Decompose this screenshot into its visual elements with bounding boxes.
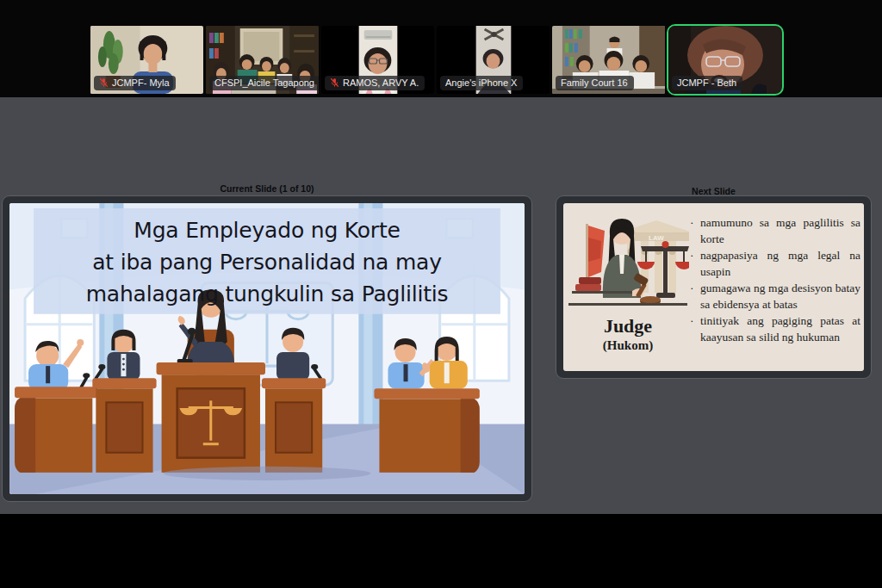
slide-title-line1: Mga Empleyado ng Korte (9, 214, 525, 246)
bullet-item: ·namumuno sa mga paglilitis sa korte (690, 214, 860, 247)
participant-name: JCMPF - Beth (677, 77, 736, 88)
slide-title: Mga Empleyado ng Korte at iba pang Perso… (9, 214, 525, 310)
bullet-text: nagpapasiya ng mga legal na usapin (700, 247, 860, 280)
bullet-marker: · (690, 280, 700, 313)
participant-tile[interactable]: CFSPI_Aicile Tagapong (206, 26, 319, 94)
bullet-item: ·tinitiyak ang pagiging patas at kaayusa… (690, 313, 860, 345)
participant-name: RAMOS, ARVY A. (343, 77, 419, 88)
judge-figure-title: Judge (563, 315, 693, 337)
participant-nametag: JCMPF - Beth (672, 76, 742, 90)
slide-title-line3: mahalagang tungkulin sa Paglilitis (9, 278, 525, 310)
muted-mic-icon (330, 77, 339, 88)
participant-tile-active-speaker[interactable]: JCMPF - Beth (668, 26, 782, 94)
participant-tile[interactable]: Angie's iPhone X (437, 26, 550, 94)
bullet-marker: · (690, 214, 700, 247)
participant-name: JCMPF- Myla (112, 77, 170, 88)
bottom-letterbox (0, 514, 882, 588)
next-slide-panel[interactable]: LAW (556, 195, 872, 379)
participant-nametag: Family Court 16 (556, 76, 634, 90)
bullet-item: ·nagpapasiya ng mga legal na usapin (690, 247, 860, 280)
bullet-text: tinitiyak ang pagiging patas at kaayusan… (700, 313, 860, 345)
judge-illustration: LAW (567, 208, 689, 317)
slide-title-line2: at iba pang Personalidad na may (9, 246, 525, 278)
muted-mic-icon (99, 77, 109, 88)
participant-nametag: CFSPI_Aicile Tagapong (209, 76, 319, 90)
current-slide-content: Mga Empleyado ng Korte at iba pang Perso… (9, 203, 525, 494)
participant-tile[interactable]: Family Court 16 (552, 26, 665, 94)
bullet-item: ·gumagawa ng mga desisyon batay sa ebide… (690, 280, 860, 313)
participant-nametag: RAMOS, ARVY A. (325, 76, 425, 90)
participant-tile[interactable]: RAMOS, ARVY A. (321, 26, 434, 94)
next-slide-bullets: ·namumuno sa mga paglilitis sa korte ·na… (690, 214, 860, 371)
meeting-window: JCMPF- Myla CFSPI_Aicile Tagapong (0, 0, 882, 588)
participant-nametag: Angie's iPhone X (440, 76, 523, 90)
bullet-text: namumuno sa mga paglilitis sa korte (700, 214, 860, 247)
building-law-text: LAW (649, 234, 664, 242)
bullet-marker: · (690, 247, 700, 280)
participant-tile[interactable]: JCMPF- Myla (90, 26, 203, 94)
next-slide-content: LAW (563, 203, 864, 371)
judge-figure-subtitle: (Hukom) (563, 338, 693, 353)
bullet-marker: · (690, 313, 700, 345)
participant-name: CFSPI_Aicile Tagapong (214, 77, 314, 88)
participant-name: Angie's iPhone X (445, 77, 517, 88)
bullet-text: gumagawa ng mga desisyon batay sa ebiden… (700, 280, 860, 313)
participant-name: Family Court 16 (561, 77, 628, 88)
current-slide-header: Current Slide (1 of 10) (2, 183, 532, 194)
current-slide-panel[interactable]: Mga Empleyado ng Korte at iba pang Perso… (2, 195, 532, 502)
participant-nametag: JCMPF- Myla (94, 76, 176, 90)
